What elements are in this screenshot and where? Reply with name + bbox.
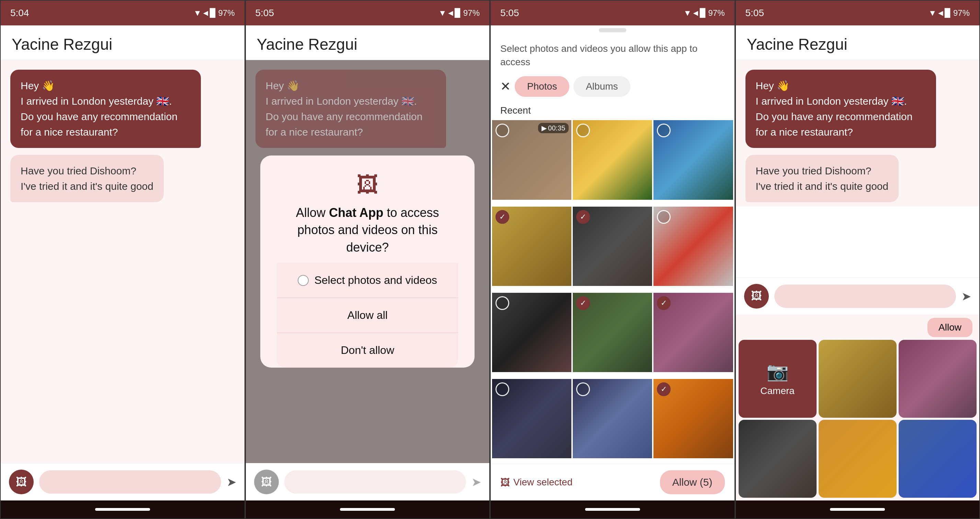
- message-input-2[interactable]: [284, 470, 466, 494]
- photo-cell-8[interactable]: [573, 293, 652, 372]
- photo-cell-10[interactable]: [492, 379, 571, 458]
- media-button-4[interactable]: 🖼: [744, 284, 769, 309]
- view-selected-button[interactable]: 🖼 View selected: [500, 477, 573, 488]
- home-bar-4: [830, 508, 885, 511]
- time-4: 5:05: [746, 8, 764, 19]
- media-cell-4[interactable]: [819, 420, 897, 498]
- photo-check-12: [657, 383, 671, 396]
- picker-description: Select photos and videos you allow this …: [491, 35, 735, 72]
- picker-close-button[interactable]: ✕: [500, 79, 511, 94]
- chat-area-1: Hey 👋I arrived in London yesterday 🇬🇧.Do…: [1, 60, 245, 463]
- send-button-2[interactable]: ➤: [471, 475, 481, 489]
- home-bar-3: [585, 508, 640, 511]
- photo-check-6: [657, 210, 671, 224]
- media-cell-1[interactable]: [819, 340, 897, 418]
- home-indicator-2: [246, 500, 490, 518]
- photo-picker: Select photos and videos you allow this …: [491, 25, 735, 500]
- phone-2: 5:05 ▼◄▉ 97% Yacine Rezgui Hey 👋I arrive…: [245, 0, 490, 519]
- phone-1: 5:04 ▼◄▉ 97% Yacine Rezgui Hey 👋I arrive…: [0, 0, 245, 519]
- photo-cell-4[interactable]: [492, 206, 571, 286]
- phone-4: 5:05 ▼◄▉ 97% Yacine Rezgui Hey 👋I arrive…: [735, 0, 980, 519]
- overlay-dim-2: Hey 👋I arrived in London yesterday 🇬🇧.Do…: [246, 60, 490, 463]
- allow-button-4[interactable]: Allow: [928, 318, 972, 337]
- photo-check-9: [657, 296, 671, 310]
- photo-check-7: [495, 296, 509, 310]
- photo-grid: ▶ 00:35: [491, 120, 735, 464]
- chat-spacer: [736, 212, 980, 277]
- photo-cell-7[interactable]: [492, 293, 571, 372]
- photo-check-5: [576, 210, 590, 224]
- status-icons-4: ▼◄▉ 97%: [929, 8, 970, 18]
- allow-count-button[interactable]: Allow (5): [660, 470, 725, 494]
- status-bar-2: 5:05 ▼◄▉ 97%: [246, 1, 490, 25]
- photo-check-1: [495, 124, 509, 137]
- photo-check-4: [495, 210, 509, 224]
- received-bubble-4: Have you tried Dishoom?I've tried it and…: [746, 155, 899, 202]
- camera-cell[interactable]: 📷 Camera: [738, 340, 816, 418]
- status-bar-4: 5:05 ▼◄▉ 97%: [736, 1, 980, 25]
- photo-cell-3[interactable]: [654, 120, 733, 200]
- status-icons-3: ▼◄▉ 97%: [683, 8, 724, 18]
- image-icon-2: 🖼: [261, 476, 272, 489]
- media-button-1[interactable]: 🖼: [9, 470, 33, 494]
- photo-check-10: [495, 383, 509, 396]
- photo-cell-1[interactable]: ▶ 00:35: [492, 120, 571, 200]
- picker-bottom: 🖼 View selected Allow (5): [491, 464, 735, 500]
- home-indicator-1: [1, 500, 245, 518]
- status-icons-2: ▼◄▉ 97%: [439, 8, 480, 18]
- photo-cell-9[interactable]: [654, 293, 733, 372]
- video-duration: ▶ 00:35: [538, 123, 569, 133]
- camera-icon: 📷: [767, 361, 789, 382]
- image-icon-1: 🖼: [16, 476, 27, 489]
- recent-section-label: Recent: [491, 102, 735, 120]
- input-bar-4: 🖼 ➤: [736, 277, 980, 315]
- media-button-2[interactable]: 🖼: [254, 470, 279, 494]
- photo-cell-2[interactable]: [573, 120, 652, 200]
- status-icons-1: ▼◄▉ 97%: [193, 8, 234, 18]
- photo-check-3: [657, 124, 671, 137]
- photo-cell-11[interactable]: [573, 379, 652, 458]
- message-input-1[interactable]: [39, 470, 221, 494]
- time-2: 5:05: [256, 8, 274, 19]
- photo-check-11: [576, 383, 590, 396]
- image-icon-4: 🖼: [751, 290, 762, 302]
- photo-check-2: [576, 124, 590, 137]
- home-bar-2: [340, 508, 395, 511]
- drag-handle: [599, 28, 626, 32]
- media-cell-3[interactable]: [738, 420, 816, 498]
- status-bar-1: 5:04 ▼◄▉ 97%: [1, 1, 245, 25]
- input-bar-2: 🖼 ➤: [246, 463, 490, 500]
- time-3: 5:05: [500, 8, 519, 19]
- media-grid-4: 📷 Camera: [736, 337, 980, 500]
- media-picker-bottom: Allow 📷 Camera: [736, 315, 980, 500]
- home-bar-1: [95, 508, 150, 511]
- allow-area: [736, 206, 980, 212]
- media-cell-2[interactable]: [899, 340, 977, 418]
- photo-cell-5[interactable]: [573, 206, 652, 286]
- sent-bubble-1: Hey 👋I arrived in London yesterday 🇬🇧.Do…: [10, 70, 201, 148]
- photo-cell-6[interactable]: [654, 206, 733, 286]
- send-button-1[interactable]: ➤: [227, 475, 236, 489]
- photos-tab[interactable]: Photos: [515, 76, 569, 97]
- received-bubble-1: Have you tried Dishoom?I've tried it and…: [10, 155, 164, 202]
- bg-sent-bubble-2: Hey 👋I arrived in London yesterday 🇬🇧.Do…: [256, 70, 446, 148]
- media-cell-5[interactable]: [899, 420, 977, 498]
- home-indicator-4: [736, 500, 980, 518]
- time-1: 5:04: [10, 8, 29, 19]
- chat-header-2: Yacine Rezgui: [246, 25, 490, 60]
- albums-tab[interactable]: Albums: [573, 76, 630, 97]
- home-indicator-3: [491, 500, 735, 518]
- view-selected-icon: 🖼: [500, 477, 510, 488]
- camera-label: Camera: [760, 386, 795, 397]
- message-input-4[interactable]: [774, 284, 956, 308]
- send-button-4[interactable]: ➤: [961, 289, 971, 303]
- photo-check-8: [576, 296, 590, 310]
- chat-header-4: Yacine Rezgui: [736, 25, 980, 60]
- input-bar-1: 🖼 ➤: [1, 463, 245, 500]
- photo-cell-12[interactable]: [654, 379, 733, 458]
- chat-area-4: Hey 👋I arrived in London yesterday 🇬🇧.Do…: [736, 60, 980, 206]
- sent-bubble-4: Hey 👋I arrived in London yesterday 🇬🇧.Do…: [746, 70, 936, 148]
- chat-header-1: Yacine Rezgui: [1, 25, 245, 60]
- picker-tabs: ✕ Photos Albums: [491, 72, 735, 102]
- status-bar-3: 5:05 ▼◄▉ 97%: [491, 1, 735, 25]
